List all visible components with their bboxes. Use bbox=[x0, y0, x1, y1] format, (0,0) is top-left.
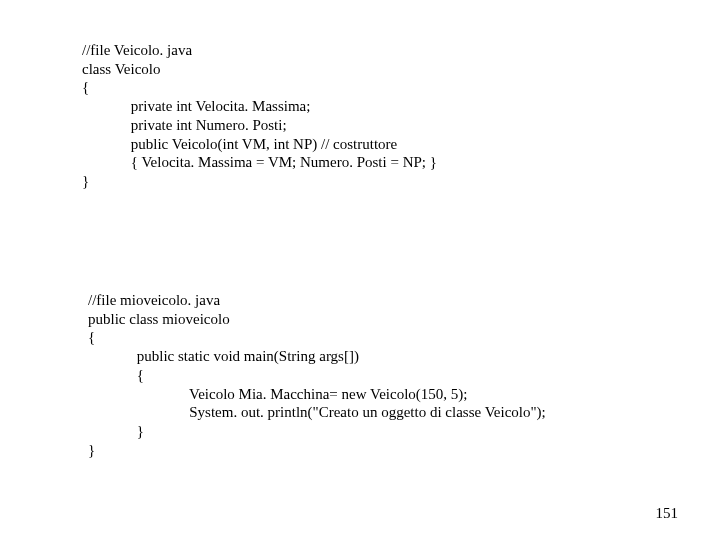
code-line: public Veicolo(int VM, int NP) // costru… bbox=[82, 136, 397, 152]
code-line: { bbox=[82, 79, 89, 95]
code-line: Veicolo Mia. Macchina= new Veicolo(150, … bbox=[88, 386, 468, 402]
code-line: public static void main(String args[]) bbox=[88, 348, 359, 364]
code-line: } bbox=[82, 173, 89, 189]
code-line: { Velocita. Massima = VM; Numero. Posti … bbox=[82, 154, 437, 170]
code-line: public class mioveicolo bbox=[88, 311, 230, 327]
code-line: class Veicolo bbox=[82, 61, 160, 77]
code-line: //file Veicolo. java bbox=[82, 42, 192, 58]
code-line: //file mioveicolo. java bbox=[88, 292, 220, 308]
code-line: private int Velocita. Massima; bbox=[82, 98, 310, 114]
code-block-veicolo: //file Veicolo. java class Veicolo { pri… bbox=[82, 22, 437, 210]
slide-page: //file Veicolo. java class Veicolo { pri… bbox=[0, 0, 720, 540]
code-block-mioveicolo: //file mioveicolo. java public class mio… bbox=[88, 272, 546, 478]
page-number: 151 bbox=[656, 505, 679, 522]
code-line: { bbox=[88, 367, 144, 383]
code-line: } bbox=[88, 442, 95, 458]
code-line: { bbox=[88, 329, 95, 345]
code-line: } bbox=[88, 423, 144, 439]
code-line: private int Numero. Posti; bbox=[82, 117, 287, 133]
code-line: System. out. println("Creato un oggetto … bbox=[88, 404, 546, 420]
